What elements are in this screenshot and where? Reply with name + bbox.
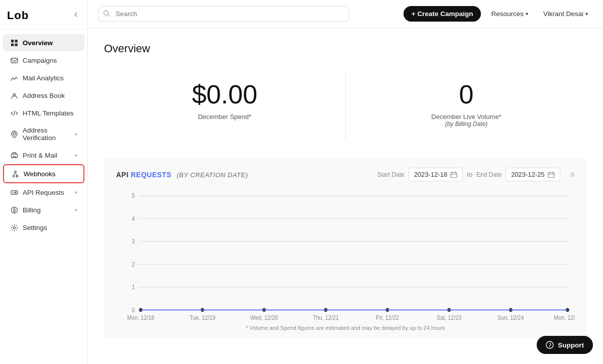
svg-text:Thu, 12/21: Thu, 12/21 (313, 315, 339, 321)
end-date-input[interactable]: 2023-12-25 (506, 168, 560, 181)
sidebar-item-overview[interactable]: Overview (3, 34, 84, 51)
start-date-input[interactable]: 2023-12-18 (409, 168, 463, 181)
chart-footer: * Volume and Spend figures are estimated… (116, 325, 575, 331)
topbar: + Create Campaign Resources ▾ Vikrant De… (88, 0, 603, 28)
billing-icon (10, 206, 18, 214)
svg-rect-1 (15, 40, 18, 43)
sidebar-item-label-address-book: Address Book (23, 92, 77, 99)
svg-text:Wed, 12/20: Wed, 12/20 (250, 315, 278, 321)
billing-chevron: ▾ (75, 207, 77, 213)
calendar-icon-start (450, 171, 457, 178)
svg-point-47 (550, 346, 550, 347)
chart-header: API REQUESTS (BY CREATION DATE) Start Da… (116, 168, 575, 181)
stat-label-volume: December Live Volume* (431, 113, 501, 120)
end-date-label: End Date (476, 171, 501, 178)
svg-text:3: 3 (132, 238, 135, 245)
chart-svg: 5 4 3 2 1 0 Mon, 1 (116, 190, 575, 321)
svg-text:2: 2 (132, 261, 135, 268)
search-box (98, 6, 349, 22)
support-button[interactable]: Support (537, 336, 593, 354)
resources-button[interactable]: Resources ▾ (486, 7, 533, 21)
address-verification-icon (10, 130, 18, 138)
calendar-icon-end (548, 171, 555, 178)
sidebar-item-api-requests[interactable]: API Requests ▾ (3, 184, 84, 201)
webhooks-icon (11, 170, 19, 178)
print-mail-icon (10, 151, 18, 159)
main-content: + Create Campaign Resources ▾ Vikrant De… (88, 0, 603, 364)
sidebar-item-label-api-requests: API Requests (23, 189, 70, 196)
logo: Lob (7, 9, 29, 22)
grid-icon (10, 39, 18, 47)
svg-text:Sun, 12/24: Sun, 12/24 (497, 315, 524, 321)
start-date-label: Start Date (377, 171, 405, 178)
sidebar-item-html-templates[interactable]: HTML Templates (3, 104, 84, 122)
svg-rect-16 (451, 172, 457, 177)
sidebar-item-print-mail[interactable]: Print & Mail ▾ (3, 147, 84, 164)
stat-card-spend: $0.00 December Spend* (104, 70, 345, 140)
svg-text:1: 1 (132, 284, 135, 291)
sidebar-item-billing[interactable]: Billing ▾ (3, 201, 84, 218)
user-label: Vikrant Desai (543, 10, 583, 18)
address-book-icon (10, 91, 18, 99)
chart-title-requests: REQUESTS (131, 171, 171, 179)
svg-text:Mon, 12/25: Mon, 12/25 (554, 315, 575, 321)
svg-point-6 (13, 133, 16, 135)
sidebar-item-mail-analytics[interactable]: Mail Analytics (3, 69, 84, 86)
sidebar-item-campaigns[interactable]: Campaigns (3, 52, 84, 69)
svg-text:Tue, 12/19: Tue, 12/19 (189, 315, 215, 321)
resources-chevron-icon: ▾ (526, 11, 528, 17)
support-label: Support (558, 341, 584, 349)
svg-point-46 (546, 341, 553, 348)
chart-area: 5 4 3 2 1 0 Mon, 1 (116, 190, 575, 321)
stat-sublabel-volume: (by Billing Date) (445, 120, 488, 128)
sidebar-item-address-book[interactable]: Address Book (3, 87, 84, 104)
stat-value-volume: 0 (459, 80, 474, 109)
campaigns-icon (10, 56, 18, 64)
sidebar-item-address-verification[interactable]: Address Verification ▾ (3, 122, 84, 146)
sidebar-item-label-address-verification: Address Verification (23, 127, 70, 142)
svg-rect-2 (11, 43, 14, 46)
search-icon (103, 10, 110, 18)
svg-point-14 (13, 226, 15, 228)
sidebar-item-label-mail-analytics: Mail Analytics (23, 74, 77, 82)
date-to-label: to (467, 171, 472, 178)
sidebar-item-settings[interactable]: Settings (3, 219, 84, 236)
stats-row: $0.00 December Spend* 0 December Live Vo… (104, 70, 587, 140)
print-mail-chevron: ▾ (75, 153, 77, 158)
sidebar-item-label-settings: Settings (23, 224, 77, 231)
chart-title-italic: (BY CREATION DATE) (177, 171, 248, 179)
create-campaign-button[interactable]: + Create Campaign (404, 6, 481, 22)
svg-rect-17 (548, 172, 554, 177)
collapse-icon (72, 11, 79, 18)
page-title: Overview (104, 42, 587, 55)
sidebar-item-label-print-mail: Print & Mail (23, 152, 70, 159)
sidebar-item-label-overview: Overview (23, 39, 77, 47)
svg-text:Mon, 12/18: Mon, 12/18 (127, 315, 154, 321)
svg-rect-7 (11, 154, 17, 158)
sidebar-header: Lob (0, 0, 87, 30)
collapse-button[interactable] (71, 10, 80, 21)
support-button-container: Support (537, 336, 593, 354)
svg-rect-8 (13, 156, 16, 157)
chart-title: API REQUESTS (BY CREATION DATE) (116, 171, 248, 179)
user-chevron-icon: ▾ (585, 11, 588, 17)
topbar-right: + Create Campaign Resources ▾ Vikrant De… (404, 6, 593, 22)
resources-label: Resources (491, 10, 524, 18)
sidebar-item-label-webhooks: Webhooks (24, 170, 76, 178)
settings-icon (10, 223, 18, 231)
content-area: Overview $0.00 December Spend* 0 Decembe… (88, 28, 603, 364)
chart-menu-icon[interactable]: ≡ (570, 170, 575, 179)
html-templates-icon (10, 109, 18, 117)
svg-text:0: 0 (132, 307, 135, 313)
search-input[interactable] (98, 6, 349, 22)
sidebar-item-label-html-templates: HTML Templates (23, 109, 77, 117)
chart-section: API REQUESTS (BY CREATION DATE) Start Da… (104, 158, 587, 339)
sidebar-item-webhooks[interactable]: Webhooks (3, 164, 84, 183)
svg-rect-0 (11, 40, 14, 43)
user-menu-button[interactable]: Vikrant Desai ▾ (538, 7, 593, 21)
start-date-value: 2023-12-18 (414, 171, 448, 178)
svg-text:Fri, 12/22: Fri, 12/22 (376, 315, 399, 321)
svg-rect-3 (15, 43, 18, 46)
sidebar-item-label-campaigns: Campaigns (23, 57, 77, 64)
date-range: Start Date 2023-12-18 to End Date 2023-1… (377, 168, 575, 181)
